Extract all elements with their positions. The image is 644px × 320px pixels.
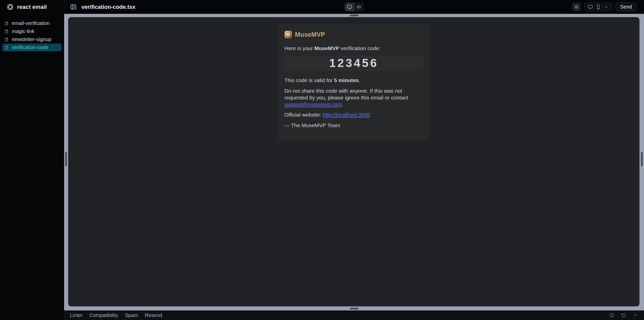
support-email-link[interactable]: support@musemvp.com (285, 101, 342, 107)
email-preview-canvas: M MuseMVP Here is your MuseMVP verificat… (68, 17, 639, 306)
monitor-icon (588, 4, 593, 10)
file-icon (5, 21, 9, 25)
tab-compatibility[interactable]: Compatibility (89, 312, 118, 318)
warning-text: Do not share this code with anyone. If t… (285, 88, 408, 100)
sidebar-item-label: magic-link (12, 28, 34, 34)
resize-handle-top[interactable] (350, 15, 358, 16)
sidebar-item-label: newsletter-signup (12, 37, 51, 42)
resize-handle-bottom[interactable] (350, 308, 358, 309)
sidebar-item-newsletter-signup[interactable]: newsletter-signup (2, 35, 62, 43)
preview-mode-button[interactable] (345, 3, 354, 11)
sidebar: email-verification magic-link newsletter… (0, 14, 64, 320)
page-title: verification-code.tsx (82, 4, 135, 10)
sidebar-item-email-verification[interactable]: email-verification (2, 19, 62, 27)
brand-avatar: M (285, 31, 292, 38)
website-line: Official website: http://localhost:3000 (285, 112, 423, 118)
file-icon (5, 29, 9, 33)
warning-suffix: . (342, 101, 343, 107)
validity-line: This code is valid for 5 minutes. (285, 77, 423, 84)
verification-code-box: 123456 (285, 56, 423, 71)
intro-line: Here is your MuseMVP verification code: (285, 45, 423, 52)
sidebar-item-label: email-verification (12, 20, 50, 26)
file-icon (5, 38, 9, 42)
resize-handle-right[interactable] (641, 152, 643, 166)
brand-title: react email (17, 4, 47, 10)
validity-prefix: This code is valid for (285, 77, 334, 83)
main-panel: M MuseMVP Here is your MuseMVP verificat… (64, 14, 644, 320)
email-header: M MuseMVP (285, 30, 423, 39)
code-mode-button[interactable] (354, 3, 364, 11)
website-link[interactable]: http://localhost:3000 (323, 112, 370, 118)
viewport-menu-button[interactable] (602, 3, 610, 11)
preview-area: M MuseMVP Here is your MuseMVP verificat… (64, 14, 644, 310)
intro-suffix: verification code: (339, 45, 380, 51)
viewport-size-group (584, 3, 612, 11)
brand-area: react email (0, 0, 64, 14)
tab-spam[interactable]: Spam (125, 312, 138, 318)
warning-line: Do not share this code with anyone. If t… (285, 88, 423, 108)
react-email-logo-icon (7, 4, 14, 10)
expand-panel-button[interactable] (633, 313, 638, 318)
phone-icon (596, 4, 601, 10)
file-icon (5, 46, 9, 50)
website-label: Official website: (285, 112, 323, 118)
content: email-verification magic-link newsletter… (0, 14, 644, 320)
topbar: react email verification-code.tsx (0, 0, 644, 14)
topbar-right: Send (572, 3, 644, 11)
sidebar-item-verification-code[interactable]: verification-code (2, 44, 62, 51)
signature-line: — The MuseMVP Team (285, 122, 423, 129)
sun-icon (574, 4, 579, 10)
intro-prefix: Here is your (285, 45, 314, 51)
monitor-icon (347, 4, 352, 10)
validity-suffix: . (359, 77, 360, 83)
resize-handle-left[interactable] (65, 152, 67, 166)
tab-linter[interactable]: Linter (70, 312, 83, 318)
theme-toggle-button[interactable] (572, 3, 581, 11)
viewport-mobile-button[interactable] (594, 3, 602, 11)
viewport-desktop-button[interactable] (586, 3, 594, 11)
tab-resend[interactable]: Resend (145, 312, 162, 318)
file-head: verification-code.tsx (64, 4, 135, 10)
panel-collapse-icon (70, 4, 77, 10)
verification-code: 123456 (329, 56, 379, 70)
intro-bold: MuseMVP (314, 45, 339, 51)
send-button[interactable]: Send (616, 3, 636, 11)
validity-bold: 5 minutes (334, 77, 359, 83)
reload-button[interactable] (621, 313, 626, 318)
view-mode-toggle (345, 3, 364, 12)
app-window: react email verification-code.tsx (0, 0, 644, 320)
email-card: M MuseMVP Here is your MuseMVP verificat… (278, 24, 429, 140)
info-button[interactable] (609, 313, 614, 318)
chevron-up-icon (633, 313, 638, 318)
sidebar-item-label: verification-code (12, 45, 49, 50)
info-icon (609, 313, 614, 318)
code-brackets-icon (356, 4, 361, 10)
email-brand-name: MuseMVP (295, 30, 325, 39)
chevron-down-icon (604, 5, 609, 9)
bottombar: Linter Compatibility Spam Resend (64, 310, 644, 320)
topbar-main: verification-code.tsx (64, 0, 644, 14)
reload-icon (621, 313, 626, 318)
sidebar-item-magic-link[interactable]: magic-link (2, 27, 62, 35)
toggle-sidebar-button[interactable] (70, 4, 77, 10)
